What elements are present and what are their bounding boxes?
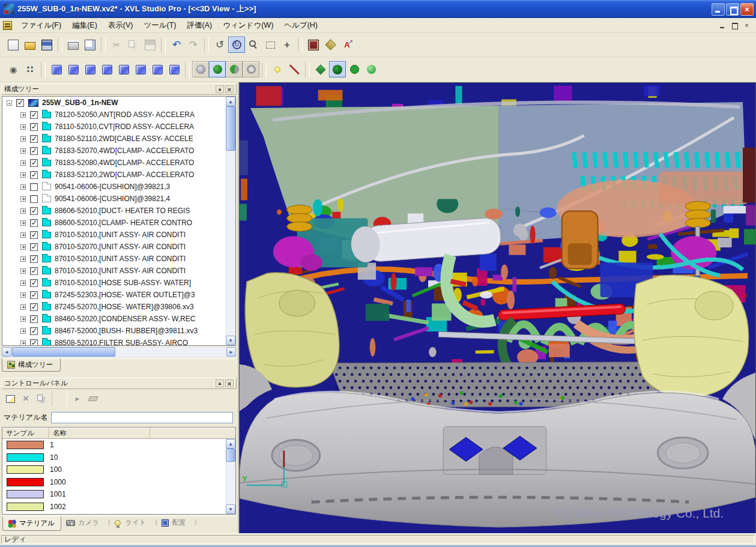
tree-node-label[interactable]: 88460-52020,[CONDENSER ASSY- W,REC (55, 315, 195, 323)
tree-checkbox[interactable] (30, 183, 38, 191)
tree-node-label[interactable]: 78110-52010,CVT[ROD ASSY- ACCELERA (55, 122, 194, 131)
tree-expand-icon[interactable] (20, 280, 26, 286)
redo-icon[interactable] (185, 37, 202, 53)
tree-expand-icon[interactable] (20, 304, 26, 310)
tree-row[interactable]: 88467-52000,[BUSH- RUBBER]@39811.xv3 (2, 325, 235, 337)
light-point-icon[interactable] (269, 61, 286, 77)
tree-row[interactable]: 87245-52070,[HOSE- WATER]@39806.xv3 (2, 301, 235, 313)
render-smooth-icon[interactable] (329, 61, 346, 77)
tree-checkbox[interactable] (30, 243, 38, 251)
tree-node-label[interactable]: 90541-06006-[CUSHION]@39821,3 (55, 183, 170, 191)
tree-expand-icon[interactable] (20, 160, 26, 166)
snap-points-icon[interactable] (22, 61, 38, 77)
tree-scroll-right-button[interactable]: ► (226, 347, 236, 357)
view-bottom-icon[interactable] (132, 61, 149, 77)
delete-material-icon[interactable] (18, 391, 34, 406)
material-row[interactable]: 100 (2, 464, 235, 476)
tree-expand-icon[interactable] (20, 196, 26, 202)
tree-row[interactable]: 78183-52070,4WD[CLAMP- ACCELERATO (2, 145, 235, 157)
tree-row[interactable]: 255W_SUB-0_1n-NEW (2, 97, 235, 109)
material-name[interactable]: 1002 (50, 503, 66, 511)
new-document-icon[interactable] (5, 37, 22, 53)
tree-expand-icon[interactable] (20, 256, 26, 262)
tab-structure-tree[interactable]: 構成ツリー (2, 358, 61, 372)
tree-expand-icon[interactable] (20, 340, 26, 346)
shading-wireframe-icon[interactable] (192, 61, 209, 77)
tree-row[interactable]: 78110-52010,CVT[ROD ASSY- ACCELERA (2, 121, 235, 133)
tree-checkbox[interactable] (30, 159, 38, 167)
tree-node-label[interactable]: 78120-52050,ANT[ROD ASSY- ACCELERA (55, 110, 195, 119)
menu-item[interactable]: ツール(T) (138, 19, 181, 32)
material-swatch[interactable] (7, 465, 44, 474)
menu-item[interactable]: 表示(V) (103, 19, 139, 32)
tree-checkbox[interactable] (30, 255, 38, 263)
menu-item[interactable]: 編集(E) (67, 19, 103, 32)
tree-scroll-up-button[interactable]: ▲ (226, 97, 235, 106)
tree-checkbox[interactable] (16, 99, 24, 107)
material-name[interactable]: 100 (50, 465, 62, 474)
view-top-icon[interactable] (115, 61, 132, 77)
tree-panel-collapse-button[interactable]: ▲ (216, 85, 224, 93)
tree-expand-icon[interactable] (20, 232, 26, 238)
tree-row[interactable]: 87245-52303,[HOSE- WATER OUTLET]@3 (2, 289, 235, 301)
tree-row[interactable]: 87010-52010,[HOSE SUB-ASSY- WATER] (2, 277, 235, 289)
material-name[interactable]: 1000 (50, 478, 66, 486)
3d-viewport[interactable]: Y X © Lattice Technology Co., Ltd. (239, 82, 756, 535)
material-row[interactable]: 1000 (2, 476, 235, 489)
tree-row[interactable]: 78180-52110,2WD[CABLE ASSY- ACCELE (2, 133, 235, 145)
tree-expand-icon[interactable] (20, 148, 26, 154)
material-scroll-thumb[interactable] (226, 449, 235, 462)
erase-material-icon[interactable] (85, 391, 101, 406)
tree-node-label[interactable]: 78180-52110,2WD[CABLE ASSY- ACCELE (55, 134, 193, 143)
material-swatch[interactable] (7, 441, 44, 449)
tree-expand-icon[interactable] (20, 112, 26, 118)
tree-checkbox[interactable] (30, 195, 38, 203)
tree-checkbox[interactable] (30, 339, 38, 346)
shading-shaded-edges-icon[interactable] (226, 61, 243, 77)
view-custom-icon[interactable] (166, 61, 183, 77)
undo-icon[interactable] (168, 37, 185, 53)
tree-scroll-left-button[interactable]: ◄ (2, 347, 11, 357)
material-scroll-track[interactable] (226, 462, 235, 504)
tab-light[interactable]: ライト (110, 516, 152, 530)
close-button[interactable]: × (740, 3, 754, 16)
material-row[interactable]: 1 (2, 439, 235, 452)
control-panel-collapse-button[interactable]: ▲ (216, 379, 224, 387)
shading-shaded-icon[interactable] (209, 61, 226, 77)
control-panel-close-button[interactable]: × (225, 379, 234, 387)
menu-item[interactable]: ファイル(F) (16, 19, 67, 32)
material-name[interactable]: 1 (50, 441, 54, 449)
tree-row[interactable]: 78120-52050,ANT[ROD ASSY- ACCELERA (2, 109, 235, 121)
tree-node-label[interactable]: 88508-52010,FILTER SUB-ASSY- AIRCO (55, 339, 188, 346)
visibility-icon[interactable] (5, 61, 22, 77)
tree-row[interactable]: 87010-52010,[UNIT ASSY- AIR CONDITI (2, 265, 235, 277)
tree-expand-icon[interactable] (20, 124, 26, 130)
zoom-rect-icon[interactable] (262, 37, 279, 53)
tree-expand-icon[interactable] (20, 244, 26, 250)
tree-node-label[interactable]: 87010-52010,[UNIT ASSY- AIR CONDITI (55, 267, 186, 275)
material-name-input[interactable] (51, 412, 233, 423)
material-row[interactable]: 10 (2, 452, 235, 464)
tree-row[interactable]: 87010-52070,[UNIT ASSY- AIR CONDITI (2, 241, 235, 253)
tree-checkbox[interactable] (30, 147, 38, 155)
material-scroll-down-button[interactable]: ▼ (226, 504, 235, 514)
menu-item[interactable]: ウィンドウ(W) (217, 19, 279, 32)
tree-checkbox[interactable] (30, 135, 38, 143)
save-icon[interactable] (38, 37, 55, 53)
render-flat-icon[interactable] (346, 61, 363, 77)
tree-expand-icon[interactable] (20, 136, 26, 142)
menu-item[interactable]: 評価(A) (182, 19, 218, 32)
tree-node-label[interactable]: 255W_SUB-0_1n-NEW (42, 98, 118, 107)
material-swatch[interactable] (7, 478, 44, 486)
tree-node-label[interactable]: 87245-52070,[HOSE- WATER]@39806.xv3 (55, 303, 194, 311)
view-front-icon[interactable] (48, 61, 65, 77)
restore-button[interactable] (726, 3, 739, 16)
shading-hidden-line-icon[interactable] (243, 61, 259, 77)
tree-node-label[interactable]: 88467-52000,[BUSH- RUBBER]@39811.xv3 (55, 327, 198, 335)
tree-row[interactable]: 87010-52010,[UNIT ASSY- AIR CONDITI (2, 229, 235, 241)
tree-hscroll-thumb[interactable] (12, 347, 115, 357)
document-icon[interactable] (3, 21, 12, 30)
material-swatch[interactable] (7, 453, 44, 462)
material-row[interactable]: 1002 (2, 501, 235, 513)
tree-node-label[interactable]: 87010-52010,[UNIT ASSY- AIR CONDITI (55, 255, 186, 263)
